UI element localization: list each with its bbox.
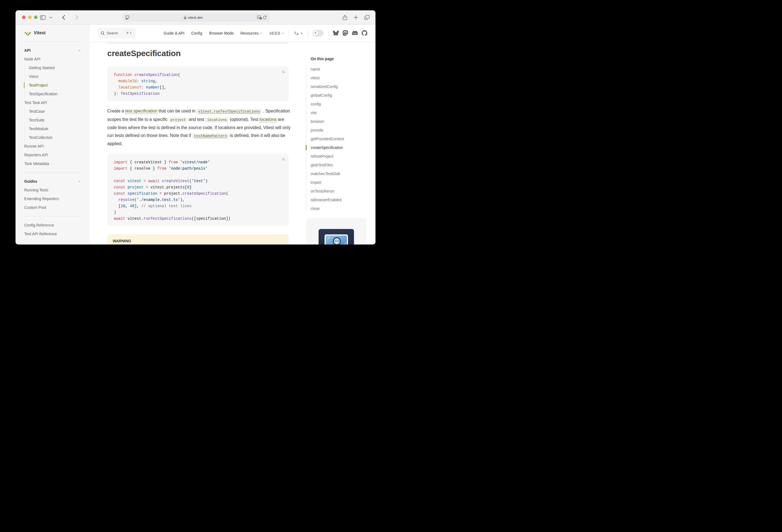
nav-link-browser-mode[interactable]: Browser Mode (209, 31, 234, 35)
zoom-window-button[interactable] (34, 15, 38, 19)
toc-item-browser[interactable]: browser (306, 117, 371, 126)
github-icon[interactable] (362, 30, 367, 36)
sidebar-item-getting started[interactable]: Getting Started (25, 64, 81, 72)
nav-link-resources[interactable]: Resources (241, 31, 263, 35)
sidebar-toggle-icon[interactable] (39, 14, 46, 21)
search-button[interactable]: Search ⌘ K (98, 28, 136, 38)
toc-item-getprovidedcontext[interactable]: getProvidedContext (306, 135, 371, 143)
nav-link-version[interactable]: v3.0.0 (270, 31, 284, 35)
code-token (114, 198, 118, 202)
code-token (118, 92, 120, 96)
sidebar-section-api[interactable]: API (24, 46, 81, 55)
theme-toggle[interactable]: ☀ (313, 30, 323, 36)
mastodon-icon[interactable] (343, 30, 348, 36)
share-icon[interactable] (342, 14, 348, 21)
code-token: await (148, 179, 159, 183)
close-window-button[interactable] (22, 15, 26, 19)
sidebar-item-custom-pool[interactable]: Custom Pool (24, 203, 81, 212)
code-line: const vitest = await createVitest('test'… (114, 178, 282, 184)
nav-link-guide-api[interactable]: Guide & API (164, 31, 184, 35)
code-lang-badge: ts (282, 69, 285, 75)
sidebar-item-reporters-api[interactable]: Reporters API (24, 150, 81, 159)
code-block-signature[interactable]: ts function createSpecification( moduleI… (107, 66, 289, 101)
text-link[interactable]: locations (259, 117, 277, 122)
toc-item-createspecification[interactable]: createSpecification (306, 143, 371, 152)
toc-item-globtestfiles[interactable]: globTestFiles (306, 161, 371, 169)
toc-item-vitest[interactable]: vitest (306, 73, 371, 82)
new-tab-plus-icon[interactable] (353, 14, 359, 21)
toc-item-provide[interactable]: provide (306, 126, 371, 135)
code-token: moduleId (118, 79, 137, 83)
code-token: createSpecification (182, 191, 226, 196)
url-display: vitest.dev (130, 15, 257, 20)
address-bar[interactable]: vitest.dev Ax (122, 13, 270, 21)
sidebar-item-testspecification[interactable]: TestSpecification (25, 90, 81, 98)
code-token: ) (114, 210, 116, 215)
sponsor-ad-card[interactable]: </> (306, 218, 366, 245)
tab-overview-icon[interactable] (363, 14, 370, 21)
sidebar-item-vitest[interactable]: Vitest (25, 72, 81, 81)
search-shortcut: ⌘ K (124, 31, 134, 36)
code-line: [20, 40], // optional test lines (114, 203, 282, 209)
toc-item-serializedconfig[interactable]: serializedConfig (306, 82, 371, 91)
text-link[interactable]: test specification (125, 109, 157, 113)
toc-list: namevitestserializedConfigglobalConfigco… (306, 65, 371, 213)
bluesky-icon[interactable] (333, 30, 339, 36)
sidebar-item-testsuite[interactable]: TestSuite (25, 116, 81, 125)
brand[interactable]: Vitest (24, 25, 81, 42)
toc-item-vite[interactable]: vite (306, 108, 371, 117)
sidebar-item-testcase[interactable]: TestCase (25, 107, 81, 116)
toc-item-config[interactable]: config (306, 100, 371, 108)
toc-item-isbrowserenabled[interactable]: isBrowserEnabled (306, 196, 371, 204)
sidebar-item-task-metadata[interactable]: Task Metadata (24, 159, 81, 168)
language-switcher[interactable]: x̂A (294, 31, 303, 35)
inline-code-link[interactable]: testNamePattern (192, 133, 229, 139)
sidebar-item-node-api[interactable]: Node API (24, 55, 81, 64)
warning-callout: WARNING createSpecification expects reso… (107, 235, 289, 245)
code-token: createSpecification (135, 73, 178, 77)
toc-item-close[interactable]: close (306, 204, 371, 213)
code-block-example[interactable]: ts import { createVitest } from 'vitest/… (107, 154, 289, 226)
sidebar-item-test-task-api[interactable]: Test Task API (24, 98, 81, 107)
code-token: : (141, 85, 143, 90)
brand-name: Vitest (34, 31, 45, 35)
toc-item-ontestsrerun[interactable]: onTestsRerun (306, 187, 371, 196)
inline-code-link[interactable]: vitest.runTestSpecifications (197, 109, 262, 114)
reader-view-icon[interactable] (125, 14, 130, 21)
sidebar-section-label: Guides (24, 179, 37, 183)
sidebar-item-extending-reporters[interactable]: Extending Reporters (24, 194, 81, 203)
code-token: string (141, 79, 155, 83)
forward-icon[interactable] (73, 14, 80, 21)
sidebar-menu-chevron-icon[interactable] (49, 14, 52, 21)
toolbar-right-controls (342, 10, 370, 25)
sidebar-subgroup: Getting StartedVitestTestProjectTestSpec… (24, 64, 81, 98)
toc-item-isrootproject[interactable]: isRootProject (306, 152, 371, 161)
code-token: : (116, 92, 118, 96)
code-token: // optional test lines (141, 204, 192, 208)
sidebar-section-guides[interactable]: Guides (24, 177, 81, 186)
code-line: await vitest.runTestSpecifications([spec… (114, 216, 282, 222)
code-lines: import { createVitest } from 'vitest/nod… (114, 159, 282, 222)
sidebar-item-config-reference[interactable]: Config Reference (24, 221, 81, 229)
toc-item-name[interactable]: name (306, 65, 371, 73)
vitest-logo-icon (24, 30, 31, 36)
sidebar-divider (24, 172, 81, 173)
minimize-window-button[interactable] (28, 15, 32, 19)
discord-icon[interactable] (352, 30, 358, 36)
sidebar-item-test-api-reference[interactable]: Test API Reference (24, 229, 81, 238)
sidebar-item-testproject[interactable]: TestProject (25, 81, 81, 90)
code-token: ] (189, 185, 191, 189)
reload-icon[interactable] (262, 14, 267, 21)
code-token: vitest. (125, 216, 143, 221)
toc-item-globalconfig[interactable]: globalConfig (306, 91, 371, 100)
toc-item-matchestestglob[interactable]: matchesTestGlob (306, 169, 371, 178)
sidebar-item-runner-api[interactable]: Runner API (24, 142, 81, 150)
nav-link-config[interactable]: Config (191, 31, 202, 35)
sidebar-item-testmodule[interactable]: TestModule (25, 125, 81, 133)
translate-page-icon[interactable]: Ax (257, 14, 262, 21)
back-icon[interactable] (60, 14, 67, 21)
sidebar-item-testcollection[interactable]: TestCollection (25, 133, 81, 142)
sidebar-item-running-tests[interactable]: Running Tests (24, 186, 81, 194)
nav-divider (308, 30, 308, 36)
toc-item-import[interactable]: import (306, 178, 371, 187)
